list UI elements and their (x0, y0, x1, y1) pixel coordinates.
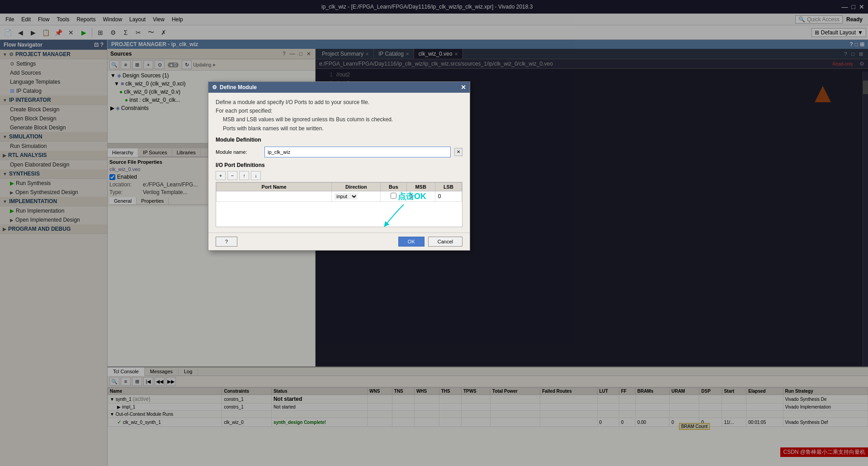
tab-messages[interactable]: Messages (145, 367, 179, 376)
new-button[interactable]: 📄 (2, 27, 14, 38)
paste-button[interactable]: 📌 (52, 27, 64, 38)
sidebar-item-language-templates[interactable]: Language Templates (0, 77, 107, 86)
sources-search-btn[interactable]: 🔍 (109, 60, 119, 69)
run-button[interactable]: ▶ (78, 27, 90, 38)
flow-nav-help-icon[interactable]: ? (100, 42, 104, 48)
pm-max-icon[interactable]: ⊞ (860, 41, 864, 48)
port-down-btn[interactable]: ↓ (251, 171, 261, 180)
menu-window[interactable]: Window (99, 15, 126, 24)
sources-refresh-btn[interactable]: ⊙ (155, 60, 165, 69)
menu-flow[interactable]: Flow (34, 15, 53, 24)
table-row[interactable]: ▼ synth_1 (active) constrs_1 Not started… (108, 395, 868, 404)
nav-section-program-debug[interactable]: ▶ PROGRAM AND DEBUG (0, 224, 107, 234)
sigma-button[interactable]: Σ (120, 27, 132, 38)
editor-icon-min[interactable]: □ (850, 51, 856, 57)
nav-section-rtl-analysis[interactable]: ▶ RTL ANALYSIS (0, 151, 107, 160)
bottom-next-btn[interactable]: ▶▶ (166, 377, 176, 386)
copy-button[interactable]: 📋 (40, 27, 52, 38)
nav-section-implementation[interactable]: ▼ IMPLEMENTATION (0, 197, 107, 206)
port-direction-select[interactable]: input output inout (335, 193, 358, 200)
tab-project-summary[interactable]: Project Summary ✕ (317, 49, 374, 59)
close-button[interactable]: ✕ (859, 3, 864, 10)
define-module-dialog[interactable]: ⚙ Define Module ✕ Define a module and sp… (208, 81, 470, 251)
col-ff[interactable]: FF (619, 388, 635, 395)
col-start[interactable]: Start (722, 388, 746, 395)
editor-vscroll[interactable] (863, 71, 868, 366)
pm-help-icon[interactable]: ? (849, 41, 853, 48)
tab-log[interactable]: Log (179, 367, 198, 376)
port-dir-cell[interactable]: input output inout (332, 191, 381, 201)
menu-view[interactable]: View (149, 15, 168, 24)
pm-min-icon[interactable]: □ (855, 41, 858, 48)
sidebar-item-generate-block-design[interactable]: Generate Block Design (0, 123, 107, 132)
module-name-input[interactable] (264, 147, 451, 157)
module-name-clear-btn[interactable]: ✕ (454, 148, 462, 156)
design-runs-table-area[interactable]: Name Constraints Status WNS TNS WHS THS … (108, 387, 868, 466)
col-constraints[interactable]: Constraints (222, 388, 271, 395)
port-lsb-cell[interactable]: 0 (435, 191, 462, 201)
tab-ip-catalog[interactable]: IP Catalog ✕ (374, 49, 414, 59)
tab-hierarchy[interactable]: Hierarchy (108, 148, 138, 157)
modal-cancel-button[interactable]: Cancel (428, 237, 462, 247)
sidebar-item-add-sources[interactable]: Add Sources (0, 68, 107, 77)
sources-add-btn[interactable]: + (143, 60, 153, 69)
tab-clk-wiz-veo[interactable]: clk_wiz_0.veo ✕ (414, 49, 463, 59)
quick-access-box[interactable]: 🔍 Quick Access (795, 15, 843, 24)
col-uram[interactable]: URAM (670, 388, 699, 395)
col-whs[interactable]: WHS (414, 388, 439, 395)
wave-button[interactable]: 〜 (145, 27, 157, 38)
sfp-enabled-checkbox[interactable] (109, 174, 115, 180)
sidebar-item-ip-catalog[interactable]: ⊞ IP Catalog (0, 86, 107, 95)
modal-help-btn[interactable]: ? (216, 237, 237, 247)
minimize-button[interactable]: — (842, 3, 848, 10)
cut-button[interactable]: ✂ (132, 27, 144, 38)
editor-vscroll-thumb[interactable] (863, 81, 868, 94)
port-add-btn[interactable]: + (216, 171, 226, 180)
sidebar-item-open-elaborated-design[interactable]: Open Elaborated Design (0, 160, 107, 169)
col-tns[interactable]: TNS (392, 388, 414, 395)
cross-button[interactable]: ✗ (158, 27, 170, 38)
sources-min-btn[interactable]: — (288, 50, 297, 57)
tab-libraries[interactable]: Libraries (172, 148, 201, 157)
settings-button[interactable]: ⚙ (107, 27, 119, 38)
port-remove-btn[interactable]: − (227, 171, 237, 180)
nav-section-simulation[interactable]: ▼ SIMULATION (0, 132, 107, 142)
back-button[interactable]: ◀ (14, 27, 26, 38)
menu-edit[interactable]: Edit (18, 15, 34, 24)
nav-section-synthesis[interactable]: ▼ SYNTHESIS (0, 169, 107, 179)
menu-layout[interactable]: Layout (126, 15, 149, 24)
sidebar-item-run-synthesis[interactable]: ▶ Run Synthesis (0, 179, 107, 188)
sources-update-btn[interactable]: ↻ (182, 60, 192, 69)
menu-help[interactable]: Help (168, 15, 187, 24)
sources-expand-btn[interactable]: ⊞ (132, 60, 142, 69)
sources-filter-btn[interactable]: ≡ (121, 60, 131, 69)
col-power[interactable]: Total Power (491, 388, 540, 395)
sfp-tab-general[interactable]: General (109, 197, 137, 204)
forward-button[interactable]: ▶ (27, 27, 39, 38)
col-wns[interactable]: WNS (367, 388, 392, 395)
port-name-cell[interactable] (217, 191, 332, 201)
col-brams[interactable]: BRAMs (635, 388, 670, 395)
sidebar-item-settings[interactable]: ⚙ Settings (0, 59, 107, 68)
editor-icon-max[interactable]: ⊞ (858, 51, 864, 57)
port-bus-checkbox[interactable] (391, 193, 396, 199)
sidebar-item-open-block-design[interactable]: Open Block Design (0, 114, 107, 123)
tab-ip-sources[interactable]: IP Sources (138, 148, 172, 157)
tab-tcl-console[interactable]: Tcl Console (108, 367, 145, 376)
file-settings-icon[interactable]: ⚙ (859, 61, 864, 67)
sidebar-item-run-simulation[interactable]: Run Simulation (0, 142, 107, 151)
maximize-button[interactable]: □ (852, 3, 855, 10)
modal-close-button[interactable]: ✕ (461, 84, 466, 91)
menu-tools[interactable]: Tools (53, 15, 73, 24)
tab-veo-close[interactable]: ✕ (454, 52, 458, 57)
flow-nav-pin-icon[interactable]: ⊡ (94, 42, 99, 48)
col-name[interactable]: Name (108, 388, 222, 395)
sidebar-item-create-block-design[interactable]: Create Block Design (0, 105, 107, 114)
sidebar-item-open-synthesized-design[interactable]: ▶ Open Synthesized Design (0, 188, 107, 197)
col-lut[interactable]: LUT (597, 388, 619, 395)
col-failed[interactable]: Failed Routes (540, 388, 597, 395)
bottom-first-btn[interactable]: |◀ (143, 377, 153, 386)
bottom-prev-btn[interactable]: ◀◀ (155, 377, 165, 386)
col-dsp[interactable]: DSP (699, 388, 722, 395)
col-status[interactable]: Status (271, 388, 367, 395)
